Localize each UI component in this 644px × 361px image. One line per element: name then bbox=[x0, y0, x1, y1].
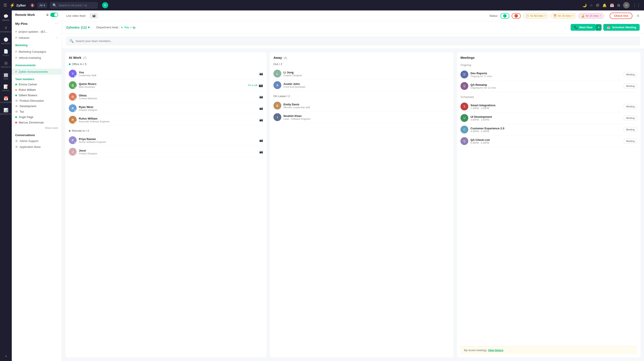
meeting-info-cx: Customer Experience 2.0 4:30PM - 5:30PM bbox=[470, 127, 622, 132]
hash-icon-5: # bbox=[15, 70, 17, 74]
channel-zylker-announcements[interactable]: # Zylker-Announcements bbox=[12, 68, 62, 75]
camera-icon-you[interactable]: 📷 bbox=[259, 72, 263, 75]
grid-icon[interactable]: ⋮⋮ bbox=[633, 3, 640, 8]
star-icon[interactable]: ☆ bbox=[590, 3, 593, 8]
team-member-emma[interactable]: Emma Cartner bbox=[12, 82, 62, 87]
meeting-customer-experience[interactable]: C Customer Experience 2.0 4:30PM - 5:30P… bbox=[460, 124, 637, 136]
sidebar-item-channels[interactable]: # CHANNELS bbox=[1, 24, 11, 34]
team-member-angie[interactable]: Angie Page bbox=[12, 114, 62, 120]
team-member-gilbert[interactable]: Gilbert Bowers bbox=[12, 92, 62, 98]
close-icon[interactable]: ✕ bbox=[636, 14, 640, 18]
remote-work-toggle-switch[interactable] bbox=[50, 13, 58, 17]
meeting-btn-ui[interactable]: Meeting bbox=[624, 116, 637, 120]
moon-icon[interactable]: 🌙 bbox=[582, 3, 587, 8]
person-emily[interactable]: E Emily Davis Member Leadership staff bbox=[274, 100, 450, 112]
camera-icon-jessi[interactable]: 📷 bbox=[259, 150, 263, 154]
my-pins-title: My Pins bbox=[15, 22, 28, 26]
sidebar-item-calender[interactable]: 📅 CALENDER bbox=[1, 94, 11, 105]
meeting-btn-qacl[interactable]: Meeting bbox=[624, 139, 637, 144]
name-austin: Austin John bbox=[284, 82, 450, 86]
video-feed-button[interactable]: 📹 bbox=[90, 13, 98, 19]
meeting-btn-smart[interactable]: Meeting bbox=[624, 104, 637, 109]
channel-marketing-campaigns[interactable]: # Marketing Campaigns bbox=[12, 48, 62, 55]
at-icon[interactable]: @ bbox=[596, 3, 599, 7]
view-history-link[interactable]: View history bbox=[488, 349, 503, 352]
status-dot-green-3 bbox=[15, 116, 17, 118]
person-rufus2[interactable]: R Rufus William Associate Software Engin… bbox=[69, 114, 263, 126]
search-scope-dropdown[interactable]: All ▾ bbox=[37, 2, 47, 8]
team-search-input[interactable] bbox=[76, 40, 636, 43]
layout-icon[interactable]: ⊞ bbox=[617, 3, 620, 8]
meeting-btn-cx[interactable]: Meeting bbox=[624, 127, 637, 132]
zylnotes-arrow[interactable]: ▾ bbox=[88, 26, 90, 30]
channel-label-2: referral-marketing bbox=[19, 56, 58, 60]
person-jessi[interactable]: J Jessi Product Designer 📷 bbox=[69, 146, 263, 158]
sidebar-item-history[interactable]: 🕐 HISTORY bbox=[1, 36, 11, 46]
more-options-icon[interactable]: ··· bbox=[55, 21, 58, 26]
sidebar-item-projects[interactable]: 📊 PROJECTS bbox=[1, 106, 11, 117]
team-member-product-discussion[interactable]: ⚙ Product Discussion bbox=[12, 98, 62, 104]
avatar-priya: P bbox=[69, 136, 77, 144]
meeting-smart-integrations[interactable]: S Smart Integrations 1:30PM - 2:00PM Mee… bbox=[460, 101, 637, 112]
sidebar-item-org[interactable]: 🏢 ORG bbox=[1, 71, 11, 82]
camera-icon-priya[interactable]: 📷 bbox=[259, 138, 263, 142]
meeting-qa-rewamp[interactable]: Q QA Rewamp Ongoing for 1hr 12 mins Meet… bbox=[460, 80, 637, 92]
avatar-austin: A bbox=[274, 81, 281, 89]
notification-icon[interactable]: 🔔 bbox=[602, 3, 607, 8]
team-member-marcus[interactable]: Marcus Zimmerman bbox=[12, 120, 62, 125]
camera-icon-olivia[interactable]: 📷 bbox=[259, 95, 263, 98]
meeting-qa-checklist[interactable]: Q QA Check List 5:30PM - 6:30PM Meeting bbox=[460, 136, 637, 147]
team-member-rufus[interactable]: Rufus William bbox=[12, 87, 62, 92]
hamburger-icon[interactable]: ☰ bbox=[4, 3, 7, 8]
pin-item-project-updates[interactable]: # project-updates : @Z... bbox=[12, 28, 62, 34]
conversation-application-base[interactable]: ⚙ Application Base bbox=[12, 144, 62, 150]
action-buttons: 📞 Meet Now ▾ 📅 Schedule Meeting bbox=[571, 24, 640, 31]
pin-item-releases[interactable]: # releases ♡ bbox=[12, 34, 62, 41]
status-busy-button[interactable] bbox=[512, 13, 521, 19]
meet-now-dropdown-button[interactable]: ▾ bbox=[596, 24, 602, 31]
add-button[interactable]: + bbox=[102, 2, 108, 8]
person-info-ryan: Ryan West Graphic Designer bbox=[79, 106, 257, 111]
person-you[interactable]: Y You Leadership Staff 📷 bbox=[69, 68, 263, 80]
user-avatar-top[interactable]: U bbox=[623, 2, 630, 8]
meeting-btn-qa[interactable]: Meeting bbox=[624, 84, 637, 88]
calendar-icon[interactable]: 📅 bbox=[610, 3, 614, 8]
camera-icon-rufus2[interactable]: 📷 bbox=[259, 118, 263, 122]
time-pill-15a[interactable]: ⏰ for 15 mins ▾ bbox=[550, 13, 576, 19]
sidebar-item-notes[interactable]: 📝 NOTES bbox=[1, 82, 11, 94]
person-priya[interactable]: P Priya Raman Senior Software Engineer 📷 bbox=[69, 134, 263, 146]
team-member-development[interactable]: ⚙ Development bbox=[12, 104, 62, 109]
team-member-taz[interactable]: ⚙ Taz bbox=[12, 109, 62, 114]
on-call-badge: On a call bbox=[248, 84, 257, 86]
person-olivia[interactable]: O Olivia Content Marketer 📷 bbox=[69, 91, 263, 102]
conversation-admin-support[interactable]: ⚙ Admin Support bbox=[12, 138, 62, 144]
sidebar-item-widgets[interactable]: ⊞ WIDGETS bbox=[1, 59, 11, 70]
action-icons-ryan: 📷 bbox=[259, 106, 263, 110]
person-ibrahim[interactable]: I Ibrahim Khan Lead - Software Engineer bbox=[274, 112, 450, 123]
meeting-dev-reports[interactable]: D Dev Reports Ongoing for 17 mins Meetin… bbox=[460, 69, 637, 80]
person-austin[interactable]: A Austin John Front End Developer bbox=[274, 80, 450, 91]
sidebar-settings[interactable]: ⚙ bbox=[1, 354, 11, 359]
time-pill-15b[interactable]: 🔔 for 15 mins ▾ bbox=[578, 13, 604, 19]
person-quinn[interactable]: Q Quinn Rivers Web Developer On a call 📷 bbox=[69, 80, 263, 91]
schedule-meeting-button[interactable]: 📅 Schedule Meeting bbox=[603, 24, 640, 31]
meeting-ui-development[interactable]: U UI Development 3:00PM - 3:30PM Meeting bbox=[460, 112, 637, 124]
sidebar-item-files[interactable]: 📄 FILES bbox=[1, 47, 11, 58]
in-label[interactable]: In bbox=[133, 26, 136, 29]
check-out-button[interactable]: Check Out bbox=[610, 13, 632, 19]
global-search-input[interactable] bbox=[58, 4, 95, 7]
status-active-button[interactable] bbox=[500, 13, 510, 19]
channel-referral-marketing[interactable]: # referral-marketing bbox=[12, 55, 62, 61]
time-pill-60[interactable]: 🕐 for 60 mins ▾ bbox=[523, 13, 548, 19]
person-lijung[interactable]: L Li Jung Graphic Designer bbox=[274, 68, 450, 80]
show-more-btn[interactable]: Show more bbox=[12, 125, 62, 131]
meet-now-button[interactable]: 📞 Meet Now bbox=[571, 24, 596, 31]
camera-icon-ryan[interactable]: 📷 bbox=[259, 106, 263, 110]
time-pill-15a-label: for 15 mins bbox=[558, 14, 571, 18]
person-ryan[interactable]: R Ryan West Graphic Designer 📷 bbox=[69, 102, 263, 114]
camera-icon-quinn[interactable]: 📷 bbox=[259, 83, 263, 87]
meeting-btn-dev[interactable]: Meeting bbox=[624, 72, 637, 77]
sidebar-item-chats[interactable]: 💬 CHATS bbox=[1, 12, 11, 23]
volume-icon[interactable]: 🔇 bbox=[30, 3, 34, 8]
left-panel: Remote Work 🖥 My Pins ··· # project-upda… bbox=[12, 10, 62, 361]
